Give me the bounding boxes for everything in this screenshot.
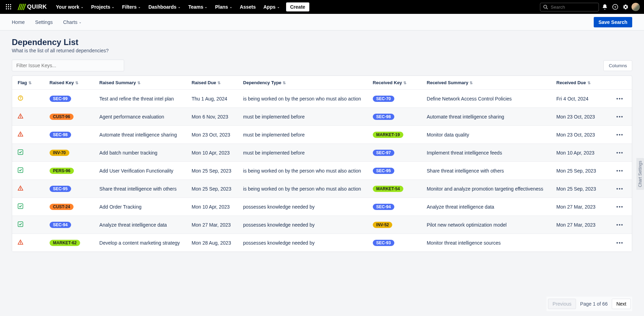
nav-item-projects[interactable]: Projects⌄ (91, 3, 115, 11)
col-raised-summary[interactable]: Raised Summary⇅ (95, 76, 188, 90)
received-key-pill[interactable]: INV-52 (373, 222, 393, 228)
col-received-summary[interactable]: Received Summary⇅ (423, 76, 552, 90)
columns-button[interactable]: Columns (603, 60, 632, 71)
col-flag[interactable]: Flag⇅ (12, 76, 45, 90)
svg-point-16 (20, 117, 21, 118)
dependency-type: must be implemented before (239, 144, 369, 162)
user-avatar[interactable] (632, 3, 640, 11)
table-row: INV-70Add batch number trackingMon 10 Ap… (12, 144, 632, 162)
flag-icon (18, 239, 23, 245)
logo-icon (18, 4, 26, 10)
row-actions-button[interactable]: ••• (616, 222, 624, 228)
received-key-pill[interactable]: SEC-95 (373, 168, 394, 174)
table-row: CUST-24Add Order TrackingMon 10 Apr, 202… (12, 198, 632, 216)
received-key-pill[interactable]: MARKET-19 (373, 132, 403, 138)
row-actions-button[interactable]: ••• (616, 132, 624, 138)
chart-settings-tab[interactable]: Chart Settings (636, 158, 644, 190)
svg-rect-4 (8, 6, 9, 7)
nav-item-assets[interactable]: Assets (239, 3, 257, 11)
brand-text: QUIRK (27, 3, 47, 10)
row-actions-button[interactable]: ••• (616, 150, 624, 156)
nav-item-dashboards[interactable]: Dashboards⌄ (148, 3, 181, 11)
raised-summary: Share threat intelligence with others (95, 180, 188, 198)
svg-rect-8 (10, 8, 11, 9)
help-icon[interactable]: ? (611, 2, 620, 11)
raised-summary: Develop a content marketing strategy (95, 234, 188, 252)
tab-settings[interactable]: Settings (35, 19, 53, 25)
received-key-pill[interactable]: SEC-70 (373, 96, 394, 102)
row-actions-button[interactable]: ••• (616, 96, 624, 102)
raised-key-pill[interactable]: SEC-94 (50, 222, 71, 228)
received-summary: Monitor threat intelligence sources (423, 234, 552, 252)
svg-point-18 (20, 135, 21, 136)
search-input[interactable] (550, 4, 596, 10)
received-key-pill[interactable]: SEC-98 (373, 114, 394, 120)
sort-icon: ⇅ (217, 81, 221, 85)
tab-home[interactable]: Home (12, 19, 25, 25)
svg-rect-7 (8, 8, 9, 9)
nav-item-plans[interactable]: Plans⌄ (214, 3, 233, 11)
chevron-down-icon: ⌄ (230, 5, 232, 9)
received-due (552, 234, 608, 252)
chevron-down-icon: ⌄ (79, 20, 81, 24)
received-due: Mon 10 Apr, 2023 (552, 144, 608, 162)
svg-rect-0 (6, 4, 7, 5)
received-due: Mon 25 Sep, 2023 (552, 162, 608, 180)
raised-key-pill[interactable]: MARKET-62 (50, 240, 80, 246)
search-box[interactable] (540, 3, 599, 11)
raised-due: Mon 25 Sep, 2023 (188, 180, 239, 198)
col-received-key[interactable]: Received Key⇅ (369, 76, 423, 90)
nav-item-your-work[interactable]: Your work⌄ (55, 3, 84, 11)
create-button[interactable]: Create (286, 2, 310, 11)
table-row: CUST-96Agent performance evaluationMon 6… (12, 108, 632, 126)
svg-text:?: ? (614, 5, 616, 9)
raised-key-pill[interactable]: INV-70 (50, 150, 69, 156)
dependency-type: must be implemented before (239, 126, 369, 144)
col-actions (608, 76, 632, 90)
nav-item-apps[interactable]: Apps⌄ (263, 3, 281, 11)
brand-logo[interactable]: QUIRK (19, 3, 47, 10)
dependency-type: is being worked on by the person who mus… (239, 90, 369, 108)
raised-key-pill[interactable]: CUST-96 (50, 114, 74, 120)
table-row: MARKET-62Develop a content marketing str… (12, 234, 632, 252)
received-key-pill[interactable]: SEC-97 (373, 150, 394, 156)
col-raised-key[interactable]: Raised Key⇅ (45, 76, 95, 90)
row-actions-button[interactable]: ••• (616, 186, 624, 192)
chevron-down-icon: ⌄ (81, 5, 84, 9)
raised-due: Mon 28 Aug, 2023 (188, 234, 239, 252)
tab-charts[interactable]: Charts ⌄ (63, 19, 81, 25)
svg-rect-5 (10, 6, 11, 7)
received-summary: Automate threat intelligence sharing (423, 108, 552, 126)
dependency-type: possesses knowledge needed by (239, 216, 369, 234)
table-row: PERS-96Add User Verification Functionali… (12, 162, 632, 180)
apps-grid-icon[interactable] (4, 2, 13, 11)
raised-key-pill[interactable]: CUST-24 (50, 204, 74, 210)
main-content: Dependency List What is the list of all … (0, 30, 644, 280)
raised-key-pill[interactable]: SEC-95 (50, 186, 71, 192)
raised-key-pill[interactable]: SEC-99 (50, 96, 71, 102)
table-row: SEC-94Analyze threat intelligence dataMo… (12, 216, 632, 234)
received-summary: Monitor data quality (423, 126, 552, 144)
raised-key-pill[interactable]: SEC-98 (50, 132, 71, 138)
settings-icon[interactable] (621, 2, 630, 11)
filter-issue-keys-input[interactable] (12, 60, 124, 71)
tab-charts-label: Charts (63, 19, 77, 25)
sort-icon: ⇅ (470, 81, 473, 85)
save-search-button[interactable]: Save Search (594, 17, 632, 27)
received-key-pill[interactable]: MARKET-54 (373, 186, 403, 192)
raised-key-pill[interactable]: PERS-96 (50, 168, 74, 174)
row-actions-button[interactable]: ••• (616, 114, 624, 120)
nav-item-filters[interactable]: Filters⌄ (121, 3, 141, 11)
row-actions-button[interactable]: ••• (616, 240, 624, 246)
nav-item-teams[interactable]: Teams⌄ (188, 3, 208, 11)
received-key-pill[interactable]: SEC-93 (373, 240, 394, 246)
col-raised-due[interactable]: Raised Due⇅ (188, 76, 239, 90)
received-key-pill[interactable]: SEC-94 (373, 204, 394, 210)
flag-icon (18, 113, 23, 119)
col-received-due[interactable]: Received Due⇅ (552, 76, 608, 90)
dependency-table: Flag⇅ Raised Key⇅ Raised Summary⇅ Raised… (12, 76, 632, 252)
notifications-icon[interactable] (600, 2, 609, 11)
row-actions-button[interactable]: ••• (616, 204, 624, 210)
col-dependency-type[interactable]: Dependency Type⇅ (239, 76, 369, 90)
row-actions-button[interactable]: ••• (616, 168, 624, 174)
